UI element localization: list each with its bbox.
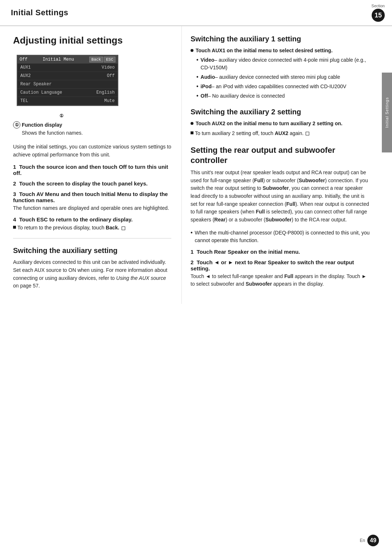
circle-bullet-aux1: [191, 49, 193, 52]
aux1-ipod-text: iPod– an iPod with video capabilities co…: [201, 83, 347, 90]
en-label: En: [360, 538, 365, 543]
left-column: Adjusting initial settings Off Initial M…: [0, 26, 181, 304]
back-btn[interactable]: Back: [89, 57, 103, 62]
step-3-text: Touch AV Menu and then touch Initial Men…: [13, 191, 168, 203]
aux1-main-bullet: Touch AUX1 on the initial menu to select…: [191, 47, 370, 54]
step-3-header: 3 Touch AV Menu and then touch Initial M…: [13, 191, 171, 203]
divider-1: [13, 238, 171, 238]
annotation-circle-1: ①: [13, 121, 20, 128]
aux1-subbullets: • Video– auxiliary video device connecte…: [191, 56, 370, 100]
menu-annotation: ①: [60, 113, 64, 118]
side-tab-label: Initial Settings: [385, 97, 389, 128]
menu-row-caution: Caution Language English: [17, 89, 118, 97]
caution-label: Caution Language: [20, 90, 62, 95]
rear-step-1: 1 Touch Rear Speaker on the initial menu…: [191, 249, 370, 255]
caution-value: English: [97, 90, 115, 95]
step-1-text: Touch the source icon and then touch Off…: [13, 164, 168, 176]
menu-row-rear: Rear Speaker: [17, 80, 118, 89]
rear-step-2-number: 2: [191, 259, 197, 265]
menu-row-tel: TEL Mute: [17, 97, 118, 105]
aux1-off-bullet: • Off– No auxiliary device is connected: [196, 92, 370, 100]
step-4-note-text: To return to the previous display, touch…: [17, 224, 125, 232]
circle-bullet-aux2: [191, 122, 193, 125]
menu-top-bar: Off Initial Menu Back ESC: [17, 56, 118, 64]
step-4-note: To return to the previous display, touch…: [13, 224, 171, 232]
aux2-heading: Switching the auxiliary 2 setting: [191, 108, 370, 116]
rear-step-1-number: 1: [191, 249, 197, 255]
menu-row-aux2: AUX2 Off: [17, 72, 118, 80]
switching-aux-body: Auxiliary devices connected to this unit…: [13, 258, 171, 290]
section-badge: Section 15: [371, 4, 385, 22]
tel-label: TEL: [20, 98, 28, 103]
section-label: Section: [371, 4, 385, 8]
aux1-heading: Switching the auxiliary 1 setting: [191, 35, 370, 43]
rear-step-2: 2 Touch ◄ or ► next to Rear Speaker to s…: [191, 259, 370, 288]
adjusting-heading: Adjusting initial settings: [13, 35, 171, 46]
step-1-number: 1: [13, 164, 19, 170]
header-bar: Initial Settings Section 15: [0, 0, 392, 26]
rear-label: Rear Speaker: [20, 82, 52, 87]
function-display-header: ① Function display: [13, 121, 171, 128]
page-number-container: En 49: [360, 535, 379, 546]
square-icon: [122, 227, 125, 230]
rear-step-2-body: Touch ◄ to select full-range speaker and…: [191, 273, 370, 288]
aux1-value: Video: [102, 65, 115, 70]
step-1-header: 1 Touch the source icon and then touch O…: [13, 164, 171, 176]
aux2-value: Off: [107, 73, 115, 78]
step-3-body: The function names are displayed and ope…: [13, 204, 171, 212]
bullet-dot-2: •: [196, 73, 199, 81]
rear-step-1-header: 1 Touch Rear Speaker on the initial menu…: [191, 249, 370, 255]
function-display-note: ① Function display Shows the function na…: [13, 121, 171, 137]
step-3-number: 3: [13, 191, 19, 197]
aux2-main-bullet: Touch AUX2 on the initial menu to turn a…: [191, 120, 370, 127]
aux2-bullet-header: Touch AUX2 on the initial menu to turn a…: [196, 120, 342, 127]
aux1-audio-text: Audio– auxiliary device connected with s…: [201, 73, 340, 81]
switching-aux-heading: Switching the auxiliary setting: [13, 246, 171, 255]
rear-body: This unit's rear output (rear speaker le…: [191, 169, 370, 224]
function-display-label: Function display: [22, 122, 62, 128]
right-column: Switching the auxiliary 1 setting Touch …: [181, 26, 392, 304]
bullet-dot-4: •: [196, 92, 199, 100]
rear-step-2-text: Touch ◄ or ► next to Rear Speaker to swi…: [191, 259, 354, 272]
intro-text: Using the initial settings, you can cust…: [13, 143, 171, 159]
rear-heading: Setting the rear output and subwoofer co…: [191, 145, 370, 165]
aux1-video-text: Video– auxiliary video device connected …: [201, 56, 370, 72]
menu-buttons: Back ESC: [89, 57, 115, 62]
aux1-video-bullet: • Video– auxiliary video device connecte…: [196, 56, 370, 72]
bullet-dot-1: •: [196, 56, 199, 64]
menu-mockup-container: Off Initial Menu Back ESC AUX1 Video AUX…: [13, 51, 118, 112]
step-2: 2 Touch the screen to display the touch …: [13, 180, 171, 187]
page-container: Initial Settings Section 15 Initial Sett…: [0, 0, 392, 555]
step-4-text: Touch ESC to return to the ordinary disp…: [19, 216, 133, 223]
bullet-dot-rear: •: [191, 229, 193, 237]
step-2-text: Touch the screen to display the touch pa…: [19, 180, 148, 187]
step-4: 4 Touch ESC to return to the ordinary di…: [13, 216, 171, 232]
bullet-dot-3: •: [196, 83, 199, 90]
aux1-label: AUX1: [20, 65, 31, 70]
square-bullet-aux2: [191, 131, 193, 134]
step-1: 1 Touch the source icon and then touch O…: [13, 164, 171, 176]
aux1-audio-bullet: • Audio– auxiliary device connected with…: [196, 73, 370, 81]
rear-note-text: When the multi-channel processor (DEQ-P8…: [195, 229, 370, 244]
main-content: Adjusting initial settings Off Initial M…: [0, 26, 392, 304]
step-3: 3 Touch AV Menu and then touch Initial M…: [13, 191, 171, 212]
page-title: Initial Settings: [11, 8, 68, 17]
step-4-number: 4: [13, 216, 19, 223]
tel-value: Mute: [104, 98, 115, 103]
esc-btn[interactable]: ESC: [104, 57, 115, 62]
menu-top-off: Off: [20, 57, 28, 62]
step-4-header: 4 Touch ESC to return to the ordinary di…: [13, 216, 171, 223]
aux1-ipod-bullet: • iPod– an iPod with video capabilities …: [196, 83, 370, 90]
rear-step-1-text: Touch Rear Speaker on the initial menu.: [197, 249, 300, 255]
side-tab: Initial Settings: [382, 73, 392, 152]
aux2-note-text: To turn auxiliary 2 setting off, touch A…: [195, 130, 309, 137]
square-icon-aux2: [306, 132, 309, 135]
rear-step-2-header: 2 Touch ◄ or ► next to Rear Speaker to s…: [191, 259, 370, 272]
step-2-header: 2 Touch the screen to display the touch …: [13, 180, 171, 187]
menu-top-title: Initial Menu: [42, 57, 74, 62]
aux2-label: AUX2: [20, 73, 31, 78]
section-number: 15: [372, 9, 385, 22]
aux1-bullet-header: Touch AUX1 on the initial menu to select…: [196, 47, 332, 54]
function-display-body: Shows the function names.: [13, 129, 171, 137]
aux1-off-text: Off– No auxiliary device is connected: [201, 92, 285, 100]
